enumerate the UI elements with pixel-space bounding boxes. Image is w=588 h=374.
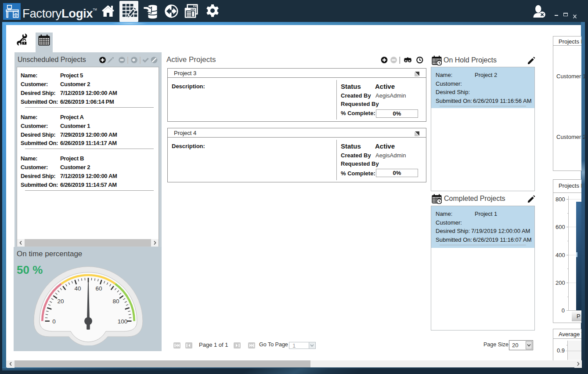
svg-text:0: 0 [52, 318, 56, 325]
svg-text:80: 80 [113, 298, 119, 305]
svg-text:60: 60 [96, 285, 102, 292]
svg-text:40: 40 [74, 285, 81, 292]
svg-text:100: 100 [118, 318, 128, 325]
svg-text:20: 20 [57, 298, 64, 305]
